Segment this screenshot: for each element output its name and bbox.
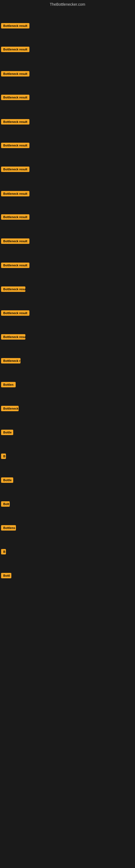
bottleneck-badge-12: Bottleneck resu (1, 286, 26, 292)
bottleneck-badge-2: Bottleneck result (1, 46, 30, 52)
bottleneck-badge-7: Bottleneck result (1, 166, 30, 172)
bottleneck-badge-22: Bottlens (1, 525, 16, 531)
bottleneck-badge-6: Bottleneck result (1, 143, 30, 148)
bottleneck-badge-23: B (1, 549, 6, 554)
bottleneck-badge-1: Bottleneck result (1, 23, 30, 29)
bottleneck-badge-5: Bottleneck result (1, 119, 30, 124)
bottleneck-badge-14: Bottleneck resu (1, 334, 26, 340)
site-header: TheBottlenecker.com (0, 0, 135, 8)
bottleneck-badge-16: Bottlen (1, 382, 16, 388)
bottleneck-badge-10: Bottleneck result (1, 239, 30, 244)
results-container: Bottleneck resultBottleneck resultBottle… (0, 8, 135, 868)
bottleneck-badge-18: Bottle (1, 430, 13, 435)
bottleneck-badge-8: Bottleneck result (1, 191, 30, 196)
bottleneck-badge-9: Bottleneck result (1, 214, 30, 220)
bottleneck-badge-20: Bottle (1, 477, 13, 483)
bottleneck-badge-3: Bottleneck result (1, 71, 30, 76)
bottleneck-badge-19: B (1, 454, 6, 459)
bottleneck-badge-24: Bottl (1, 573, 11, 578)
bottleneck-badge-4: Bottleneck result (1, 95, 30, 100)
bottleneck-badge-11: Bottleneck result (1, 262, 30, 268)
bottleneck-badge-13: Bottleneck result (1, 310, 30, 316)
site-title: TheBottlenecker.com (0, 0, 135, 8)
bottleneck-badge-15: Bottleneck r (1, 358, 20, 364)
bottleneck-badge-21: Bott (1, 501, 10, 507)
bottleneck-badge-17: Bottleneck (1, 406, 18, 411)
